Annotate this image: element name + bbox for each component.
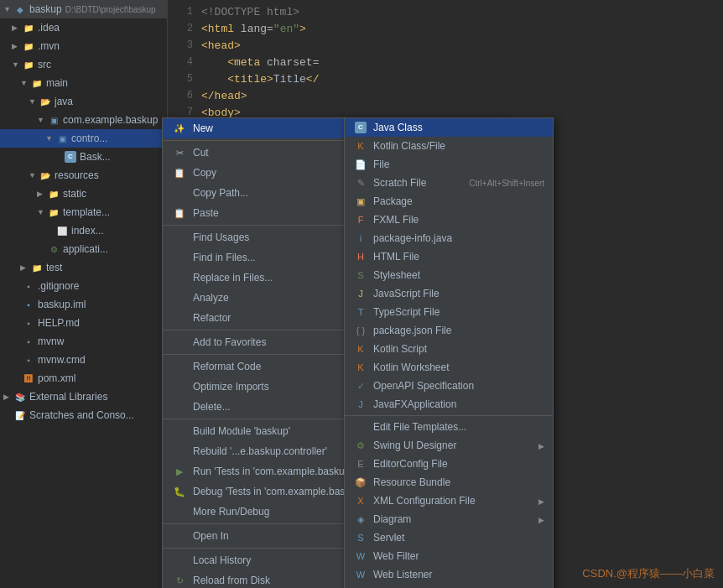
tree-label: HELP.md (38, 317, 80, 329)
submenu-item-ts[interactable]: T TypeScript File (345, 303, 553, 321)
tree-label: test (46, 262, 62, 273)
watermark: CSDN.@程序猿——小白菜 (582, 566, 715, 581)
submenu-label: OpenAPI Specification (373, 380, 474, 392)
folder-icon: 📁 (47, 187, 60, 200)
xml-config-icon: X (353, 494, 368, 507)
submenu-item-kotlin-ws[interactable]: K Kotlin Worksheet (345, 358, 553, 377)
tree-item-controller[interactable]: ▼ ▣ contro... (0, 129, 167, 148)
tree-item-pom[interactable]: 🅼 pom.xml (0, 369, 167, 388)
code-line-2: 2 <html lang="en"> (168, 20, 723, 37)
submenu-item-diagram[interactable]: ◈ Diagram (345, 510, 553, 528)
submenu-item-edit-templates[interactable]: Edit File Templates... (345, 418, 553, 436)
submenu-item-swing[interactable]: ⚙ Swing UI Designer (345, 436, 553, 455)
submenu-item-editorconfig[interactable]: E EditorConfig File (345, 455, 553, 473)
scratch-icon: ✎ (353, 176, 368, 190)
code-line-3: 3 <head> (168, 37, 723, 54)
tree-item-package[interactable]: ▼ ▣ com.example.baskup (0, 111, 167, 129)
folder-icon: 📁 (22, 21, 35, 34)
tree-label: applicati... (63, 243, 108, 255)
shortcut: Ctrl+Alt+Shift+Insert (469, 179, 544, 188)
submenu-item-openapi[interactable]: ✓ OpenAPI Specification (345, 377, 553, 395)
submenu-item-html[interactable]: H HTML File (345, 247, 553, 266)
tree-item-src[interactable]: ▼ 📁 src (0, 55, 167, 74)
java-folder-icon: 📂 (39, 95, 52, 108)
tree-item-mvn[interactable]: ▶ 📁 .mvn (0, 37, 167, 55)
tree-item-idea[interactable]: ▶ 📁 .idea (0, 18, 167, 37)
tree-item-scratches[interactable]: 📝 Scratches and Conso... (0, 406, 167, 424)
tree-item-mvnw[interactable]: ▪ mvnw (0, 332, 167, 351)
tree-item-templates[interactable]: ▼ 📁 template... (0, 203, 167, 221)
submenu-label: Kotlin Script (373, 343, 427, 355)
tree-item-baskup[interactable]: ▼ ◆ baskup D:\BDTD\project\baskup (0, 0, 167, 18)
javafx-icon: J (353, 398, 368, 411)
resources-icon: 📂 (39, 169, 52, 182)
submenu-item-resource-bundle[interactable]: 📦 Resource Bundle (345, 473, 553, 492)
line-content: <meta charset= (201, 56, 319, 69)
submenu-item-servlet[interactable]: S Servlet (345, 528, 553, 547)
submenu-separator (345, 415, 553, 416)
submenu-item-package[interactable]: ▣ Package (345, 192, 553, 211)
html-icon: ⬜ (55, 224, 69, 237)
scratches-icon: 📝 (13, 408, 27, 422)
package-info-icon: i (353, 232, 368, 245)
submenu-item-javafx[interactable]: J JavaFXApplication (345, 395, 553, 414)
tree-item-index[interactable]: ⬜ index... (0, 221, 167, 240)
tree-item-iml[interactable]: ▪ baskup.iml (0, 295, 167, 314)
submenu-item-xml-config[interactable]: X XML Configuration File (345, 492, 553, 510)
code-line-5: 5 <title>Title</ (168, 70, 723, 87)
line-number: 5 (168, 73, 201, 85)
java-class-icon: C (353, 121, 368, 134)
swing-icon: ⚙ (353, 439, 368, 452)
submenu-item-web-listener[interactable]: W Web Listener (345, 565, 553, 584)
tree-label: .gitignore (38, 280, 79, 292)
submenu-item-kotlin-script[interactable]: K Kotlin Script (345, 340, 553, 358)
submenu-item-http[interactable]: API HTTP Request (345, 584, 553, 588)
tree-label: .mvn (38, 40, 60, 52)
line-number: 1 (168, 6, 201, 18)
watermark-text: CSDN.@程序猿——小白菜 (582, 567, 715, 580)
paste-icon: 📋 (173, 208, 186, 219)
tree-item-application[interactable]: ⚙ applicati... (0, 240, 167, 258)
tree-item-help[interactable]: ▪ HELP.md (0, 314, 167, 332)
expand-icon: ▼ (29, 97, 37, 106)
tree-item-mvnw-cmd[interactable]: ▪ mvnw.cmd (0, 351, 167, 369)
submenu-label: package.json File (373, 325, 451, 336)
submenu-label: Web Filter (373, 550, 419, 562)
submenu-item-fxml[interactable]: F FXML File (345, 211, 553, 229)
submenu-item-kotlin-class[interactable]: K Kotlin Class/File (345, 137, 553, 155)
expand-icon: ▼ (20, 79, 29, 87)
submenu-label: Swing UI Designer (373, 440, 456, 451)
submenu-item-scratch[interactable]: ✎ Scratch File Ctrl+Alt+Shift+Insert (345, 174, 553, 192)
code-line-1: 1 <!DOCTYPE html> (168, 3, 723, 20)
file-icon: ▪ (22, 353, 35, 367)
tree-item-baskup-class[interactable]: C Bask... (0, 148, 167, 166)
run-icon: ▶ (173, 466, 186, 477)
submenu-item-java-class[interactable]: C Java Class (345, 118, 553, 137)
tree-label: main (46, 77, 68, 89)
submenu-label: XML Configuration File (373, 495, 476, 507)
tree-item-static[interactable]: ▶ 📁 static (0, 185, 167, 203)
tree-label: pom.xml (38, 372, 75, 384)
tree-label: java (55, 96, 73, 107)
submenu-item-package-json[interactable]: { } package.json File (345, 321, 553, 340)
tree-item-java[interactable]: ▼ 📂 java (0, 92, 167, 111)
tree-item-test[interactable]: ▶ 📁 test (0, 258, 167, 277)
submenu-item-js[interactable]: J JavaScript File (345, 284, 553, 303)
java-class-icon: C (64, 150, 77, 164)
submenu-item-package-info[interactable]: i package-info.java (345, 229, 553, 247)
expand-icon: ▼ (29, 171, 37, 180)
tree-item-ext-libs[interactable]: ▶ 📚 External Libraries (0, 388, 167, 406)
kotlin-icon: K (353, 139, 368, 153)
tree-item-resources[interactable]: ▼ 📂 resources (0, 166, 167, 185)
tree-label: template... (63, 206, 110, 218)
expand-icon: ▼ (37, 116, 45, 124)
package-icon: ▣ (47, 113, 60, 127)
submenu-item-web-filter[interactable]: W Web Filter (345, 547, 553, 565)
submenu-item-stylesheet[interactable]: S Stylesheet (345, 266, 553, 284)
tree-label: static (63, 188, 86, 200)
submenu-item-file[interactable]: 📄 File (345, 155, 553, 174)
tree-item-main[interactable]: ▼ 📁 main (0, 74, 167, 92)
line-content: <head> (201, 39, 241, 52)
tree-item-gitignore[interactable]: ▪ .gitignore (0, 277, 167, 295)
editorconfig-icon: E (353, 457, 368, 471)
